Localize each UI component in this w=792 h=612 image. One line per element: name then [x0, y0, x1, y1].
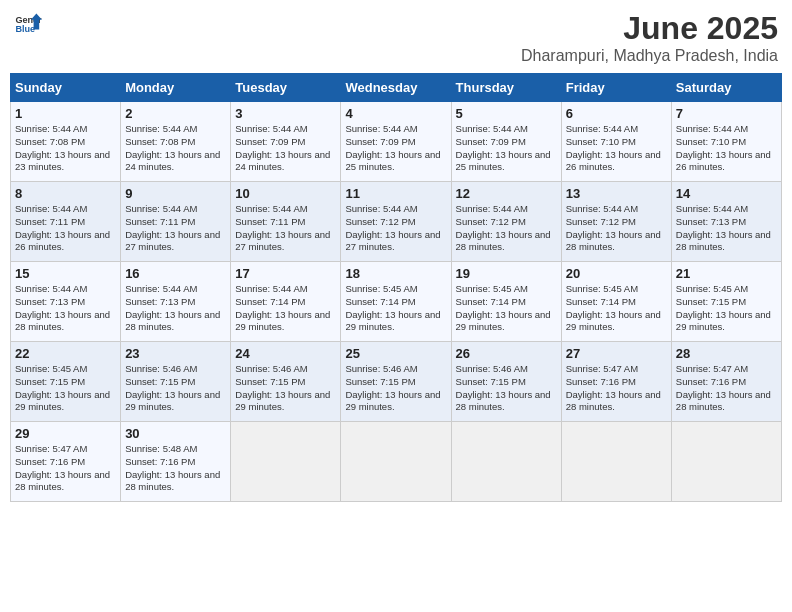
sunrise-text: Sunrise: 5:44 AM — [456, 203, 557, 216]
sunrise-text: Sunrise: 5:46 AM — [456, 363, 557, 376]
calendar-subtitle: Dharampuri, Madhya Pradesh, India — [521, 47, 778, 65]
day-info: Sunrise: 5:44 AM Sunset: 7:08 PM Dayligh… — [15, 123, 116, 174]
sunrise-text: Sunrise: 5:44 AM — [235, 123, 336, 136]
day-number: 8 — [15, 186, 116, 201]
table-row — [671, 422, 781, 502]
day-number: 26 — [456, 346, 557, 361]
table-row: 28 Sunrise: 5:47 AM Sunset: 7:16 PM Dayl… — [671, 342, 781, 422]
table-row: 30 Sunrise: 5:48 AM Sunset: 7:16 PM Dayl… — [121, 422, 231, 502]
calendar-body: 1 Sunrise: 5:44 AM Sunset: 7:08 PM Dayli… — [11, 102, 782, 502]
day-info: Sunrise: 5:44 AM Sunset: 7:11 PM Dayligh… — [15, 203, 116, 254]
sunrise-text: Sunrise: 5:45 AM — [566, 283, 667, 296]
daylight-text: Daylight: 13 hours and 29 minutes. — [676, 309, 777, 335]
sunset-text: Sunset: 7:10 PM — [566, 136, 667, 149]
daylight-text: Daylight: 13 hours and 29 minutes. — [566, 309, 667, 335]
day-info: Sunrise: 5:44 AM Sunset: 7:09 PM Dayligh… — [235, 123, 336, 174]
sunrise-text: Sunrise: 5:47 AM — [15, 443, 116, 456]
sunrise-text: Sunrise: 5:44 AM — [125, 283, 226, 296]
sunset-text: Sunset: 7:14 PM — [235, 296, 336, 309]
daylight-text: Daylight: 13 hours and 25 minutes. — [345, 149, 446, 175]
day-info: Sunrise: 5:44 AM Sunset: 7:13 PM Dayligh… — [125, 283, 226, 334]
header-saturday: Saturday — [671, 74, 781, 102]
daylight-text: Daylight: 13 hours and 29 minutes. — [235, 309, 336, 335]
day-number: 5 — [456, 106, 557, 121]
daylight-text: Daylight: 13 hours and 27 minutes. — [125, 229, 226, 255]
day-number: 24 — [235, 346, 336, 361]
table-row: 23 Sunrise: 5:46 AM Sunset: 7:15 PM Dayl… — [121, 342, 231, 422]
day-info: Sunrise: 5:44 AM Sunset: 7:09 PM Dayligh… — [456, 123, 557, 174]
calendar-week: 29 Sunrise: 5:47 AM Sunset: 7:16 PM Dayl… — [11, 422, 782, 502]
sunset-text: Sunset: 7:09 PM — [345, 136, 446, 149]
calendar-week: 8 Sunrise: 5:44 AM Sunset: 7:11 PM Dayli… — [11, 182, 782, 262]
daylight-text: Daylight: 13 hours and 28 minutes. — [676, 229, 777, 255]
table-row: 3 Sunrise: 5:44 AM Sunset: 7:09 PM Dayli… — [231, 102, 341, 182]
day-info: Sunrise: 5:45 AM Sunset: 7:15 PM Dayligh… — [676, 283, 777, 334]
sunrise-text: Sunrise: 5:44 AM — [235, 283, 336, 296]
daylight-text: Daylight: 13 hours and 26 minutes. — [566, 149, 667, 175]
sunset-text: Sunset: 7:15 PM — [676, 296, 777, 309]
table-row: 13 Sunrise: 5:44 AM Sunset: 7:12 PM Dayl… — [561, 182, 671, 262]
daylight-text: Daylight: 13 hours and 29 minutes. — [15, 389, 116, 415]
sunset-text: Sunset: 7:10 PM — [676, 136, 777, 149]
day-number: 20 — [566, 266, 667, 281]
sunrise-text: Sunrise: 5:45 AM — [456, 283, 557, 296]
day-info: Sunrise: 5:44 AM Sunset: 7:11 PM Dayligh… — [235, 203, 336, 254]
sunset-text: Sunset: 7:08 PM — [125, 136, 226, 149]
table-row: 14 Sunrise: 5:44 AM Sunset: 7:13 PM Dayl… — [671, 182, 781, 262]
daylight-text: Daylight: 13 hours and 28 minutes. — [15, 309, 116, 335]
day-info: Sunrise: 5:45 AM Sunset: 7:15 PM Dayligh… — [15, 363, 116, 414]
day-info: Sunrise: 5:44 AM Sunset: 7:14 PM Dayligh… — [235, 283, 336, 334]
day-number: 3 — [235, 106, 336, 121]
sunrise-text: Sunrise: 5:45 AM — [345, 283, 446, 296]
sunrise-text: Sunrise: 5:44 AM — [345, 123, 446, 136]
table-row: 6 Sunrise: 5:44 AM Sunset: 7:10 PM Dayli… — [561, 102, 671, 182]
day-number: 28 — [676, 346, 777, 361]
day-info: Sunrise: 5:45 AM Sunset: 7:14 PM Dayligh… — [345, 283, 446, 334]
calendar-week: 1 Sunrise: 5:44 AM Sunset: 7:08 PM Dayli… — [11, 102, 782, 182]
day-info: Sunrise: 5:46 AM Sunset: 7:15 PM Dayligh… — [345, 363, 446, 414]
daylight-text: Daylight: 13 hours and 29 minutes. — [125, 389, 226, 415]
day-number: 21 — [676, 266, 777, 281]
sunset-text: Sunset: 7:13 PM — [125, 296, 226, 309]
table-row: 24 Sunrise: 5:46 AM Sunset: 7:15 PM Dayl… — [231, 342, 341, 422]
table-row: 4 Sunrise: 5:44 AM Sunset: 7:09 PM Dayli… — [341, 102, 451, 182]
logo-icon: General Blue — [14, 10, 42, 38]
day-number: 16 — [125, 266, 226, 281]
sunset-text: Sunset: 7:14 PM — [456, 296, 557, 309]
day-number: 12 — [456, 186, 557, 201]
sunset-text: Sunset: 7:12 PM — [566, 216, 667, 229]
day-info: Sunrise: 5:44 AM Sunset: 7:10 PM Dayligh… — [676, 123, 777, 174]
day-number: 19 — [456, 266, 557, 281]
daylight-text: Daylight: 13 hours and 28 minutes. — [15, 469, 116, 495]
sunset-text: Sunset: 7:13 PM — [15, 296, 116, 309]
daylight-text: Daylight: 13 hours and 29 minutes. — [345, 309, 446, 335]
daylight-text: Daylight: 13 hours and 28 minutes. — [566, 389, 667, 415]
day-info: Sunrise: 5:44 AM Sunset: 7:10 PM Dayligh… — [566, 123, 667, 174]
calendar-week: 22 Sunrise: 5:45 AM Sunset: 7:15 PM Dayl… — [11, 342, 782, 422]
day-info: Sunrise: 5:44 AM Sunset: 7:11 PM Dayligh… — [125, 203, 226, 254]
sunrise-text: Sunrise: 5:44 AM — [15, 123, 116, 136]
table-row: 18 Sunrise: 5:45 AM Sunset: 7:14 PM Dayl… — [341, 262, 451, 342]
sunset-text: Sunset: 7:16 PM — [566, 376, 667, 389]
daylight-text: Daylight: 13 hours and 27 minutes. — [235, 229, 336, 255]
day-number: 23 — [125, 346, 226, 361]
daylight-text: Daylight: 13 hours and 28 minutes. — [125, 469, 226, 495]
daylight-text: Daylight: 13 hours and 29 minutes. — [235, 389, 336, 415]
day-info: Sunrise: 5:44 AM Sunset: 7:13 PM Dayligh… — [15, 283, 116, 334]
table-row — [561, 422, 671, 502]
day-info: Sunrise: 5:44 AM Sunset: 7:12 PM Dayligh… — [456, 203, 557, 254]
day-number: 11 — [345, 186, 446, 201]
sunrise-text: Sunrise: 5:47 AM — [676, 363, 777, 376]
table-row: 2 Sunrise: 5:44 AM Sunset: 7:08 PM Dayli… — [121, 102, 231, 182]
table-row — [231, 422, 341, 502]
table-row: 29 Sunrise: 5:47 AM Sunset: 7:16 PM Dayl… — [11, 422, 121, 502]
day-number: 9 — [125, 186, 226, 201]
table-row: 5 Sunrise: 5:44 AM Sunset: 7:09 PM Dayli… — [451, 102, 561, 182]
daylight-text: Daylight: 13 hours and 29 minutes. — [456, 309, 557, 335]
table-row: 26 Sunrise: 5:46 AM Sunset: 7:15 PM Dayl… — [451, 342, 561, 422]
sunset-text: Sunset: 7:15 PM — [345, 376, 446, 389]
sunrise-text: Sunrise: 5:45 AM — [15, 363, 116, 376]
daylight-text: Daylight: 13 hours and 25 minutes. — [456, 149, 557, 175]
sunset-text: Sunset: 7:08 PM — [15, 136, 116, 149]
sunrise-text: Sunrise: 5:44 AM — [125, 203, 226, 216]
